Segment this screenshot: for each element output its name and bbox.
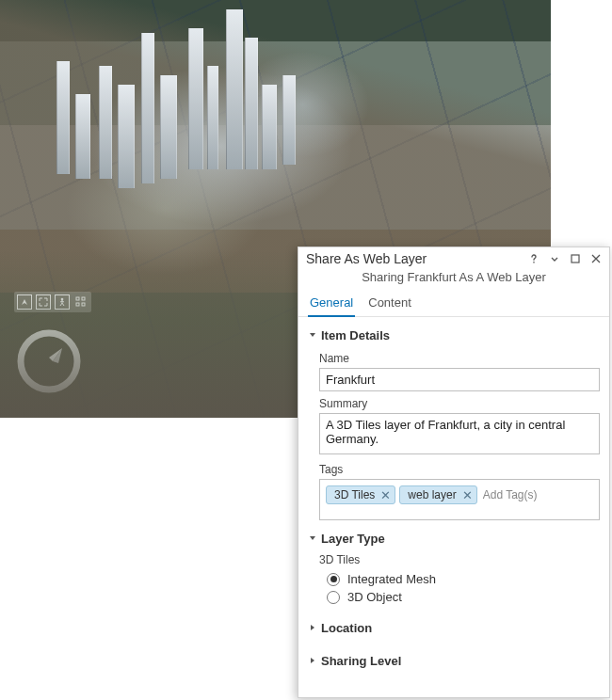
section-sharing-level: Sharing Level [298, 641, 609, 674]
layer-type-sublabel: 3D Tiles [319, 553, 600, 566]
panel-subtitle: Sharing Frankfurt As A Web Layer [298, 268, 609, 292]
svg-rect-3 [76, 303, 79, 306]
radio-icon [327, 573, 340, 586]
compass-navigator[interactable] [17, 329, 81, 393]
menu-button[interactable] [547, 251, 562, 266]
section-item-details-header[interactable]: Item Details [308, 325, 600, 346]
nav-full-extent-button[interactable] [36, 294, 51, 310]
section-layer-type-header[interactable]: Layer Type [308, 528, 600, 549]
section-location-title: Location [321, 621, 372, 635]
tag-remove-icon[interactable]: ✕ [380, 489, 391, 501]
radio-icon [327, 591, 340, 604]
radio-3d-object[interactable]: 3D Object [327, 590, 600, 604]
maximize-button[interactable] [568, 251, 583, 266]
nav-pedestrian-button[interactable] [55, 294, 70, 310]
radio-integrated-mesh[interactable]: Integrated Mesh [327, 572, 600, 586]
tag-label: web layer [408, 488, 456, 501]
summary-input[interactable] [319, 413, 600, 454]
tags-input[interactable]: 3D Tiles ✕ web layer ✕ Add Tag(s) [319, 479, 600, 520]
close-button[interactable] [588, 251, 604, 266]
section-location: Location [298, 608, 609, 641]
svg-rect-2 [82, 297, 85, 300]
nav-explore-button[interactable] [17, 294, 32, 310]
radio-label: Integrated Mesh [347, 572, 436, 586]
chevron-right-icon [308, 621, 317, 635]
radio-label: 3D Object [347, 590, 402, 604]
navigation-toolbar [14, 292, 91, 312]
section-layer-type-title: Layer Type [321, 532, 385, 546]
svg-point-5 [21, 333, 77, 390]
panel-header: Share As Web Layer [298, 247, 609, 268]
tag-remove-icon[interactable]: ✕ [462, 489, 473, 501]
share-web-layer-panel: Share As Web Layer Sharing Frankfurt As … [298, 247, 610, 698]
svg-rect-1 [76, 297, 79, 300]
scene-buildings [56, 9, 377, 254]
nav-grid-button[interactable] [73, 294, 89, 310]
chevron-down-icon [308, 328, 317, 342]
panel-tabs: General Content [298, 292, 609, 317]
name-label: Name [319, 352, 600, 365]
tag-chip: 3D Tiles ✕ [326, 485, 395, 504]
tag-chip: web layer ✕ [399, 485, 476, 504]
svg-point-0 [61, 298, 64, 301]
tag-label: 3D Tiles [334, 488, 375, 501]
chevron-down-icon [308, 532, 317, 546]
svg-rect-6 [572, 255, 579, 262]
tags-label: Tags [319, 463, 600, 476]
section-sharing-level-header[interactable]: Sharing Level [308, 648, 600, 674]
add-tag-placeholder[interactable]: Add Tag(s) [481, 485, 540, 504]
section-location-header[interactable]: Location [308, 615, 600, 641]
section-sharing-level-title: Sharing Level [321, 654, 401, 668]
chevron-right-icon [308, 654, 317, 668]
tab-content[interactable]: Content [366, 292, 413, 316]
panel-title: Share As Web Layer [306, 251, 521, 266]
summary-label: Summary [319, 397, 600, 410]
name-input[interactable] [319, 368, 600, 391]
help-button[interactable] [526, 251, 541, 266]
section-item-details: Item Details Name Summary Tags 3D Tiles … [298, 317, 609, 520]
section-item-details-title: Item Details [321, 328, 390, 342]
tab-general[interactable]: General [308, 292, 355, 317]
svg-rect-4 [82, 303, 85, 306]
section-layer-type: Layer Type 3D Tiles Integrated Mesh 3D O… [298, 520, 609, 608]
